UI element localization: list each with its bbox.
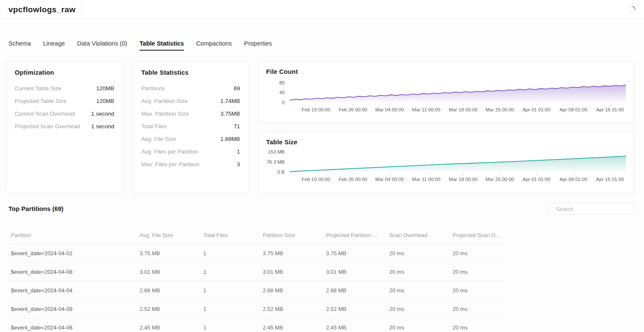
x-axis-label: Apr 01 01:00: [523, 107, 550, 112]
file-count-chart[interactable]: 04080Feb 19 00:00Feb 26 00:00Mar 04 00:0…: [266, 79, 626, 115]
table-cell: 20 ms: [387, 281, 450, 300]
table-size-chart-card: Table Size 0 B76.3 MB153 MBFeb 19 00:00F…: [258, 132, 635, 193]
tab-compactions[interactable]: Compactions: [196, 40, 232, 51]
column-header[interactable]: Scan Overhead: [387, 227, 450, 244]
stat-label: Current Scan Overhead: [15, 111, 75, 117]
table-cell: 3.01 MB: [260, 263, 323, 281]
stat-label: Total Files: [141, 123, 167, 130]
x-axis-tick: [500, 173, 500, 175]
x-axis-label: Mar 11 00:00: [412, 177, 440, 182]
x-axis-tick: [426, 173, 427, 175]
column-header[interactable]: Projected Scan Ov…: [450, 227, 506, 244]
table-cell: 3.75 MB: [260, 244, 323, 263]
stat-label: Partitions: [141, 85, 165, 92]
page: vpcflowlogs_raw SchemaLineageData Violat…: [0, 0, 644, 332]
table-row[interactable]: $event_date=2024-04-023.75 MB13.75 MB3.7…: [8, 244, 506, 263]
x-axis-label: Mar 04 00:00: [375, 177, 404, 182]
charts-column: File Count 04080Feb 19 00:00Feb 26 00:00…: [258, 61, 635, 193]
top-partitions-title: Top Partitions (69): [8, 205, 64, 212]
x-axis-tick: [463, 173, 463, 175]
table-cell: 2.45 MB: [323, 319, 387, 332]
search-box[interactable]: [548, 203, 634, 215]
x-axis-tick: [353, 173, 353, 175]
tab-data-violations-0[interactable]: Data Violations (0): [77, 40, 127, 51]
stat-value: 3.75MB: [220, 111, 240, 117]
x-axis-label: Apr 15 01:00: [596, 177, 624, 182]
x-axis-label: Apr 08 01:00: [560, 177, 587, 182]
x-axis-label: Apr 08 01:00: [560, 107, 587, 112]
stat-label: Max. Files per Partition: [141, 161, 199, 167]
x-axis-label: Mar 25 00:00: [485, 177, 514, 182]
table-cell: 20 ms: [387, 263, 450, 281]
partition-name-cell: $event_date=2024-04-04: [8, 281, 137, 300]
y-axis-label: 40: [279, 90, 285, 95]
stat-value: 1 second: [91, 123, 114, 130]
stat-label: Avg. Files per Partition: [141, 148, 199, 155]
table-cell: 20 ms: [450, 263, 506, 281]
partition-name-cell: $event_date=2024-04-02: [8, 244, 137, 263]
table-statistics-card-title: Table Statistics: [141, 69, 240, 76]
tab-properties[interactable]: Properties: [244, 40, 272, 51]
stat-row: Avg. File Size1.69MB: [141, 132, 240, 145]
column-header[interactable]: Total Files: [201, 227, 260, 244]
table-size-chart[interactable]: 0 B76.3 MB153 MBFeb 19 00:00Feb 26 00:00…: [266, 149, 626, 184]
x-axis-label: Mar 11 00:00: [412, 107, 440, 112]
table-statistics-card: Table Statistics Partitions69Avg. Partit…: [132, 61, 249, 193]
table-header-row: PartitionAvg. File SizeTotal FilesPartit…: [8, 227, 506, 244]
table-cell: 3.01 MB: [323, 263, 387, 281]
stat-value: 120MB: [96, 85, 114, 92]
table-cell: 1: [201, 281, 260, 300]
x-axis-tick: [574, 173, 574, 175]
title-divider: [82, 5, 82, 14]
table-row[interactable]: $event_date=2024-04-092.52 MB12.52 MB2.5…: [8, 300, 506, 319]
stat-row: Current Scan Overhead1 second: [15, 107, 114, 120]
y-axis-label: 0: [282, 100, 285, 105]
tab-schema[interactable]: Schema: [8, 40, 31, 51]
tab-table-statistics[interactable]: Table Statistics: [140, 40, 184, 51]
table-row[interactable]: $event_date=2024-04-062.45 MB12.45 MB2.4…: [8, 319, 506, 332]
y-axis-label: 153 MB: [268, 149, 285, 154]
table-cell: 3.75 MB: [137, 244, 201, 263]
table-cell: 2.68 MB: [260, 281, 323, 300]
partition-name-cell: $event_date=2024-04-06: [8, 319, 137, 332]
stat-value: 1.69MB: [220, 136, 240, 142]
table-cell: 3.75 MB: [323, 244, 387, 263]
x-axis-tick: [536, 103, 537, 105]
column-header[interactable]: Avg. File Size: [137, 227, 201, 244]
x-axis-label: Mar 25 00:00: [485, 107, 514, 112]
column-header[interactable]: Projected Partition …: [323, 227, 387, 244]
x-axis-label: Feb 19 00:00: [302, 107, 330, 112]
x-axis-tick: [390, 103, 390, 105]
x-axis-tick: [536, 173, 537, 175]
x-axis-label: Mar 18 00:00: [449, 177, 477, 182]
tab-lineage[interactable]: Lineage: [43, 40, 65, 51]
x-axis-tick: [574, 103, 574, 105]
x-axis-label: Feb 19 00:00: [302, 177, 330, 182]
table-row[interactable]: $event_date=2024-04-083.01 MB13.01 MB3.0…: [8, 263, 506, 281]
table-row[interactable]: $event_date=2024-04-042.68 MB12.68 MB2.6…: [8, 281, 506, 300]
stat-row: Max. Partition Size3.75MB: [141, 107, 240, 120]
header: vpcflowlogs_raw: [0, 0, 644, 19]
table-cell: 20 ms: [450, 281, 506, 300]
x-axis-tick: [500, 103, 500, 105]
stat-label: Avg. File Size: [141, 136, 176, 142]
stat-row: Avg. Files per Partition1: [141, 145, 240, 158]
table-size-chart-title: Table Size: [266, 138, 626, 146]
x-axis-tick: [316, 103, 316, 105]
y-axis-label: 80: [279, 80, 285, 85]
x-axis-tick: [463, 103, 463, 105]
x-axis-tick: [390, 173, 390, 175]
stat-row: Projected Table Size120MB: [15, 94, 114, 107]
optimization-card-title: Optimization: [15, 69, 114, 76]
loading-spinner-icon: [627, 4, 637, 14]
y-axis-label: 0 B: [278, 170, 285, 175]
stat-value: 120MB: [96, 98, 114, 104]
column-header[interactable]: Partition Size: [260, 227, 323, 244]
search-input[interactable]: [556, 206, 630, 212]
stat-label: Current Table Size: [15, 85, 62, 92]
column-header[interactable]: Partition: [8, 227, 137, 244]
table-cell: 1: [201, 319, 260, 332]
area-chart-svg: [290, 149, 626, 172]
table-statistics-stats: Partitions69Avg. Partition Size1.74MBMax…: [141, 82, 240, 170]
table-cell: 20 ms: [450, 300, 506, 319]
